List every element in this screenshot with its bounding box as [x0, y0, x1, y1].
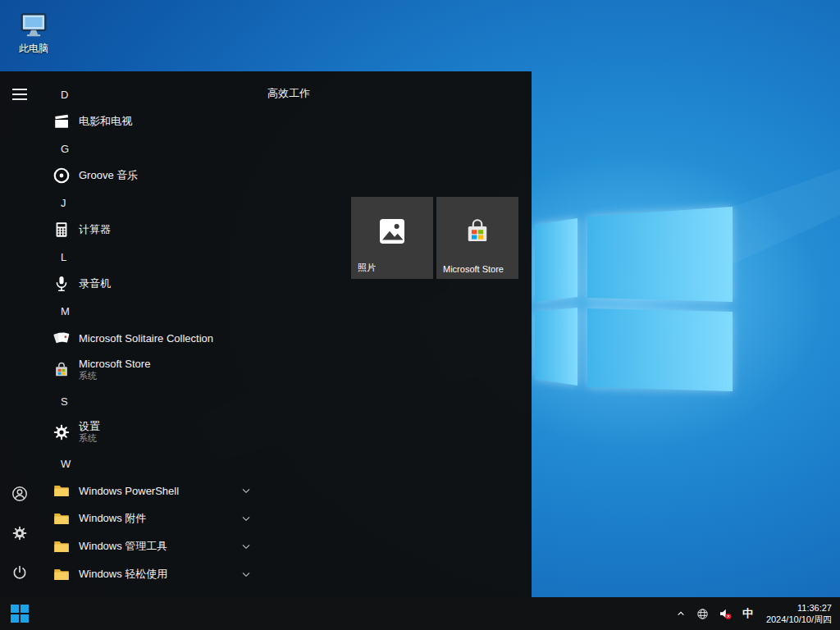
chevron-down-icon — [240, 512, 253, 525]
movies-tv-icon — [52, 112, 71, 130]
settings-gear-icon — [52, 423, 71, 441]
letter-header-d[interactable]: D — [39, 81, 262, 107]
start-rail — [0, 71, 39, 597]
windows-start-icon — [11, 605, 29, 623]
letter-label: D — [61, 89, 68, 101]
folder-icon — [52, 537, 71, 555]
power-icon[interactable] — [0, 553, 39, 592]
tray-chevron-up-icon[interactable] — [674, 597, 687, 630]
letter-header-j[interactable]: J — [39, 189, 262, 216]
chevron-down-icon — [240, 568, 253, 581]
folder-icon — [52, 509, 71, 527]
letter-header-m[interactable]: M — [39, 298, 262, 324]
network-globe-icon[interactable] — [696, 597, 710, 630]
folder-item-windows-accessories[interactable]: Windows 附件 — [39, 504, 262, 532]
volume-muted-icon[interactable] — [718, 597, 733, 630]
start-button[interactable] — [0, 597, 39, 630]
folder-icon — [52, 565, 71, 583]
folder-label: Windows PowerShell — [79, 485, 179, 497]
hamburger-menu-icon[interactable] — [0, 84, 39, 104]
letter-label: L — [61, 251, 66, 263]
computer-icon — [19, 10, 48, 39]
folder-label: Windows 管理工具 — [79, 539, 167, 554]
folder-label: Windows 附件 — [79, 511, 146, 526]
tile-microsoft-store[interactable]: Microsoft Store — [436, 197, 518, 279]
chevron-down-icon — [240, 540, 253, 553]
app-item-voice-recorder[interactable]: 录音机 — [39, 270, 262, 298]
voice-recorder-icon — [52, 275, 71, 293]
letter-header-g[interactable]: G — [39, 135, 262, 162]
letter-label: J — [61, 197, 66, 209]
desktop-wallpaper: 此电脑 — [0, 0, 840, 630]
tile-row: 照片 Microsoft Store — [351, 197, 518, 279]
app-label: Groove 音乐 — [79, 168, 138, 183]
taskbar: 中 11:36:27 2024/10/10/周四 — [0, 597, 840, 630]
system-tray: 中 11:36:27 2024/10/10/周四 — [674, 597, 840, 630]
app-label: Microsoft Solitaire Collection — [79, 332, 213, 345]
user-account-icon[interactable] — [0, 474, 39, 514]
letter-label: G — [61, 143, 69, 155]
solitaire-icon — [52, 329, 71, 347]
app-subtitle: 系统 — [79, 433, 100, 445]
letter-header-w[interactable]: W — [39, 450, 262, 477]
tile-label: 照片 — [358, 262, 376, 274]
start-tiles-area: 高效工作 照片 — [262, 71, 532, 597]
start-app-list: D 电影和电视 G Groove 音乐 J — [39, 71, 262, 597]
chevron-down-icon — [240, 484, 253, 497]
app-item-settings[interactable]: 设置 系统 — [39, 414, 262, 450]
app-item-movies-tv[interactable]: 电影和电视 — [39, 107, 262, 135]
folder-icon — [52, 482, 71, 500]
desktop-icon-this-pc[interactable]: 此电脑 — [10, 10, 57, 56]
letter-label: M — [61, 305, 70, 317]
calculator-icon — [52, 221, 71, 239]
desktop-icon-label: 此电脑 — [19, 42, 48, 56]
tile-label: Microsoft Store — [443, 264, 504, 274]
app-item-microsoft-store[interactable]: Microsoft Store 系统 — [39, 352, 262, 388]
app-item-calculator[interactable]: 计算器 — [39, 216, 262, 244]
letter-label: S — [61, 395, 68, 408]
app-item-groove-music[interactable]: Groove 音乐 — [39, 162, 262, 189]
letter-header-s[interactable]: S — [39, 388, 262, 414]
tile-group-title[interactable]: 高效工作 — [267, 86, 310, 101]
folder-item-windows-admin-tools[interactable]: Windows 管理工具 — [39, 532, 262, 560]
groove-music-icon — [52, 167, 71, 185]
app-label: 计算器 — [79, 222, 111, 237]
app-label: 设置 — [79, 420, 100, 433]
app-label: 电影和电视 — [79, 114, 132, 129]
app-subtitle: 系统 — [79, 371, 150, 382]
letter-header-l[interactable]: L — [39, 244, 262, 270]
clock-date: 2024/10/10/周四 — [766, 614, 832, 625]
clock-time: 11:36:27 — [766, 602, 832, 614]
app-label: 录音机 — [79, 276, 111, 291]
photos-icon — [377, 217, 407, 246]
settings-gear-icon[interactable] — [0, 514, 39, 553]
app-item-solitaire[interactable]: Microsoft Solitaire Collection — [39, 324, 262, 352]
ime-indicator[interactable]: 中 — [741, 597, 755, 630]
start-menu: D 电影和电视 G Groove 音乐 J — [0, 71, 532, 597]
folder-item-windows-powershell[interactable]: Windows PowerShell — [39, 477, 262, 504]
store-icon — [52, 361, 71, 379]
app-label: Microsoft Store — [79, 358, 150, 371]
store-icon — [463, 217, 492, 246]
folder-label: Windows 轻松使用 — [79, 567, 167, 582]
tile-photos[interactable]: 照片 — [351, 197, 433, 279]
taskbar-clock[interactable]: 11:36:27 2024/10/10/周四 — [763, 602, 832, 625]
letter-label: W — [61, 458, 71, 470]
folder-item-windows-ease-of-access[interactable]: Windows 轻松使用 — [39, 560, 262, 588]
